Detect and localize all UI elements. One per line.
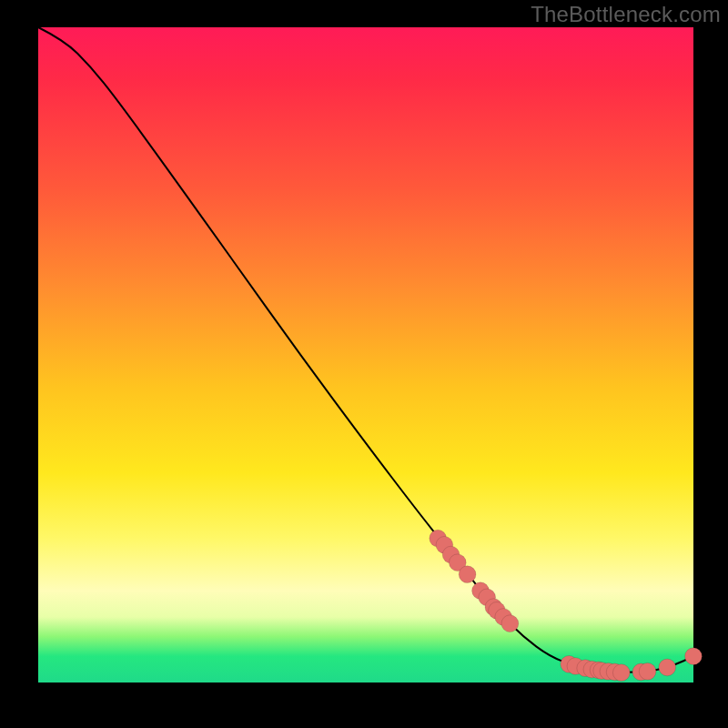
data-point	[639, 662, 656, 680]
data-point	[612, 664, 630, 682]
watermark-text: TheBottleneck.com	[531, 2, 721, 27]
data-point	[459, 566, 476, 583]
bottleneck-curve	[38, 27, 693, 672]
chart-stage: TheBottleneck.com	[0, 0, 728, 728]
data-point	[685, 648, 703, 665]
chart-svg	[38, 27, 693, 682]
plot-area	[38, 27, 693, 682]
data-point	[659, 659, 676, 676]
data-point	[501, 615, 519, 632]
data-points	[430, 530, 703, 681]
